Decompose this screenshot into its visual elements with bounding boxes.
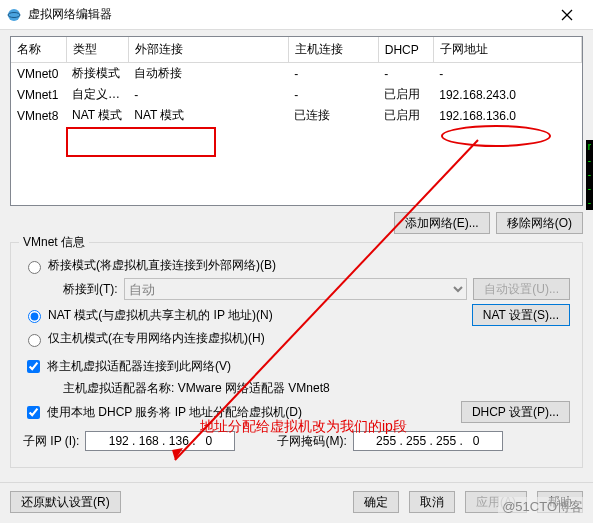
apply-button: 应用(A): [465, 491, 527, 513]
bridge-mode-radio[interactable]: 桥接模式(将虚拟机直接连接到外部网络)(B): [23, 257, 276, 274]
subnet-ip-label: 子网 IP (I):: [23, 433, 79, 450]
use-dhcp-checkbox[interactable]: 使用本地 DHCP 服务将 IP 地址分配给虚拟机(D): [23, 403, 302, 422]
col-external[interactable]: 外部连接: [128, 37, 288, 63]
hostonly-radio-input[interactable]: [28, 334, 41, 347]
close-button[interactable]: [547, 0, 587, 30]
auto-set-button: 自动设置(U)...: [473, 278, 570, 300]
col-hostconn[interactable]: 主机连接: [288, 37, 378, 63]
nat-mode-radio[interactable]: NAT 模式(与虚拟机共享主机的 IP 地址)(N): [23, 307, 273, 324]
nat-settings-button[interactable]: NAT 设置(S)...: [472, 304, 570, 326]
subnet-mask-label: 子网掩码(M):: [277, 433, 346, 450]
vmnet-info-group: VMnet 信息 桥接模式(将虚拟机直接连接到外部网络)(B) 桥接到(T): …: [10, 242, 583, 468]
col-type[interactable]: 类型: [66, 37, 128, 63]
help-button[interactable]: 帮助: [537, 491, 583, 513]
col-subnet[interactable]: 子网地址: [433, 37, 581, 63]
titlebar: 虚拟网络编辑器: [0, 0, 593, 30]
bridge-to-label: 桥接到(T):: [63, 281, 118, 298]
bridge-radio-input[interactable]: [28, 261, 41, 274]
add-network-button[interactable]: 添加网络(E)...: [394, 212, 490, 234]
restore-defaults-button[interactable]: 还原默认设置(R): [10, 491, 121, 513]
col-dhcp[interactable]: DHCP: [378, 37, 433, 63]
svg-point-0: [8, 9, 20, 21]
subnet-mask-input[interactable]: [353, 431, 503, 451]
group-title: VMnet 信息: [19, 234, 89, 251]
cancel-button[interactable]: 取消: [409, 491, 455, 513]
window-title: 虚拟网络编辑器: [28, 6, 547, 23]
bridge-to-select: 自动: [124, 278, 468, 300]
connect-host-checkbox[interactable]: 将主机虚拟适配器连接到此网络(V): [23, 357, 231, 376]
close-icon: [561, 9, 573, 21]
subnet-ip-input[interactable]: [85, 431, 235, 451]
table-row[interactable]: VMnet1 自定义… - - 已启用 192.168.243.0: [11, 84, 582, 105]
annotation-ellipse: [441, 125, 551, 147]
table-row[interactable]: VMnet8 NAT 模式 NAT 模式 已连接 已启用 192.168.136…: [11, 105, 582, 126]
ok-button[interactable]: 确定: [353, 491, 399, 513]
annotation-box: [66, 127, 216, 157]
table-row[interactable]: VMnet0 桥接模式 自动桥接 - - -: [11, 63, 582, 85]
dhcp-settings-button[interactable]: DHCP 设置(P)...: [461, 401, 570, 423]
use-dhcp-input[interactable]: [27, 406, 40, 419]
app-icon: [6, 7, 22, 23]
remove-network-button[interactable]: 移除网络(O): [496, 212, 583, 234]
nat-radio-input[interactable]: [28, 310, 41, 323]
hostonly-mode-radio[interactable]: 仅主机模式(在专用网络内连接虚拟机)(H): [23, 330, 265, 347]
connect-host-input[interactable]: [27, 360, 40, 373]
adapter-name-label: 主机虚拟适配器名称: VMware 网络适配器 VMnet8: [63, 380, 330, 397]
network-table[interactable]: 名称 类型 外部连接 主机连接 DHCP 子网地址 VMnet0 桥接模式 自动…: [10, 36, 583, 206]
col-name[interactable]: 名称: [11, 37, 66, 63]
